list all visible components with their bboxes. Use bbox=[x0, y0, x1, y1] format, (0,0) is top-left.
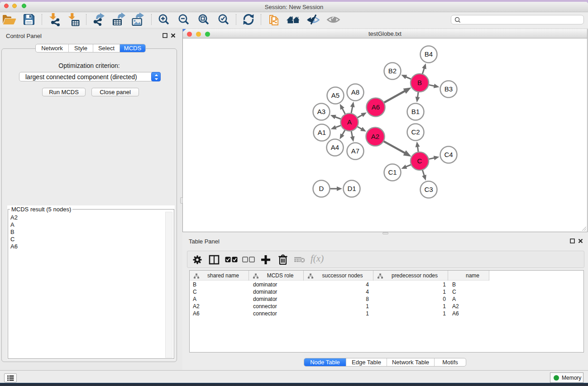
svg-text:A6: A6 bbox=[372, 103, 380, 111]
svg-text:C: C bbox=[417, 157, 422, 165]
svg-text:A1: A1 bbox=[318, 129, 326, 136]
svg-text:A8: A8 bbox=[351, 88, 359, 96]
svg-text:C3: C3 bbox=[424, 186, 433, 193]
svg-text:A5: A5 bbox=[331, 91, 339, 99]
svg-text:B2: B2 bbox=[388, 67, 397, 75]
svg-text:A: A bbox=[347, 118, 352, 126]
svg-text:A4: A4 bbox=[331, 143, 339, 151]
svg-text:A7: A7 bbox=[351, 147, 359, 155]
svg-text:B4: B4 bbox=[425, 50, 433, 58]
svg-text:B: B bbox=[417, 79, 422, 86]
svg-text:A3: A3 bbox=[317, 108, 325, 115]
svg-text:C1: C1 bbox=[388, 168, 397, 176]
svg-text:D1: D1 bbox=[347, 185, 356, 192]
svg-text:C2: C2 bbox=[411, 128, 420, 136]
svg-text:B1: B1 bbox=[411, 108, 420, 115]
svg-text:B3: B3 bbox=[445, 85, 453, 93]
svg-text:C4: C4 bbox=[444, 151, 453, 158]
svg-text:D: D bbox=[319, 185, 324, 192]
svg-text:A2: A2 bbox=[371, 133, 379, 140]
